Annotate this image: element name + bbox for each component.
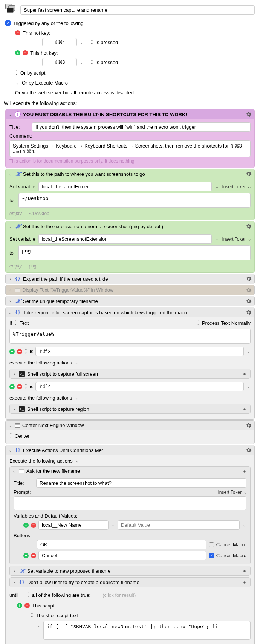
gear-icon[interactable]	[241, 468, 248, 475]
updown-icon[interactable]	[31, 613, 34, 618]
insert-token-button[interactable]: Insert Token ⌵	[218, 490, 247, 495]
shell-script-text-label[interactable]: The shell script text	[36, 613, 78, 618]
disclosure-icon[interactable]: ⌵	[8, 112, 12, 117]
disclosure-icon[interactable]: ›	[12, 580, 17, 584]
insert-token-button[interactable]: Insert Token ⌵	[222, 184, 251, 189]
prompt-title-input[interactable]	[36, 478, 246, 488]
disclosure-icon[interactable]: ⌵	[8, 172, 12, 176]
disclosure-icon[interactable]: ⌵	[8, 448, 12, 452]
hotkey-2-state[interactable]: is pressed	[96, 60, 118, 65]
nested-shell-2[interactable]: › >_ Shell script to capture region	[9, 404, 251, 414]
cancel-macro-checkbox-1[interactable]	[209, 542, 214, 547]
chevron-down-icon[interactable]: ⌵	[79, 60, 84, 65]
remove-condition[interactable]: −	[17, 384, 22, 389]
gear-icon[interactable]	[245, 111, 252, 118]
disclosure-icon[interactable]: ⌵	[8, 310, 12, 315]
gear-icon[interactable]	[241, 568, 248, 575]
gear-icon[interactable]	[245, 171, 252, 177]
chevron-down-icon[interactable]: ⌵	[74, 361, 79, 365]
variable-name-input[interactable]	[38, 234, 212, 244]
disclosure-icon[interactable]: ⌵	[8, 224, 12, 229]
gear-icon[interactable]	[245, 447, 252, 453]
remove-trigger-1[interactable]: −	[15, 30, 20, 35]
add-button[interactable]: +	[23, 553, 29, 558]
hotkey-1-state[interactable]: is pressed	[96, 40, 118, 45]
updown-icon[interactable]	[15, 71, 18, 75]
gear-icon[interactable]	[245, 298, 252, 304]
chevron-down-icon[interactable]: ⌵	[246, 349, 251, 354]
gear-icon[interactable]	[245, 422, 252, 429]
process-text-label[interactable]: Process Text Normally	[202, 320, 251, 326]
chevron-down-icon[interactable]: ⌵	[74, 396, 79, 400]
remove-trigger-2[interactable]: −	[23, 50, 28, 55]
gear-icon[interactable]	[241, 579, 248, 586]
disclosure-icon[interactable]: ›	[8, 288, 12, 292]
title-input[interactable]	[32, 122, 251, 132]
action-if-capture[interactable]: ⌵ {} Take region or full screen captures…	[5, 307, 255, 420]
center-label[interactable]: Center	[15, 433, 29, 439]
updown-icon[interactable]	[90, 60, 93, 65]
button-1-input[interactable]	[37, 540, 206, 549]
variable-value-input[interactable]: ~/Desktop	[18, 193, 251, 208]
disclosure-icon[interactable]: ›	[12, 407, 17, 411]
insert-token-button[interactable]: Insert Token ⌵	[222, 237, 251, 242]
text-label[interactable]: Text	[20, 320, 29, 326]
nested-set-var-proposed[interactable]: › 𝒳 Set variable to new proposed filenam…	[9, 566, 251, 576]
updown-icon[interactable]	[90, 40, 93, 45]
action-set-variable-folder[interactable]: ⌵ 𝒳 Set this to the path to where you wa…	[5, 169, 255, 220]
button-2-input[interactable]	[38, 551, 206, 560]
condition-value-1[interactable]	[35, 347, 244, 356]
remove-until-condition[interactable]: −	[24, 603, 30, 608]
triggered-checkbox[interactable]: ✓	[5, 20, 11, 26]
variable-name-input[interactable]	[38, 182, 212, 191]
updown-icon[interactable]	[24, 384, 28, 389]
disclosure-icon[interactable]: ›	[8, 277, 12, 281]
hotkey-2-field[interactable]: ⇧⌘3	[42, 58, 77, 66]
chevron-down-icon[interactable]: ⌵	[242, 523, 246, 527]
is-label[interactable]: is	[30, 349, 33, 354]
chevron-down-icon[interactable]: ⌵	[79, 40, 84, 45]
disclosure-icon[interactable]: ›	[12, 569, 17, 573]
condition-value-2[interactable]	[35, 382, 244, 391]
updown-icon[interactable]	[27, 593, 30, 597]
add-condition[interactable]: +	[9, 384, 15, 389]
disclosure-icon[interactable]: ⌵	[8, 423, 12, 427]
variable-name-input[interactable]	[38, 520, 109, 530]
gear-icon[interactable]	[245, 275, 252, 282]
add-until-condition[interactable]: +	[17, 603, 22, 608]
cancel-macro-checkbox-2[interactable]: ✓	[209, 553, 214, 558]
is-label[interactable]: is	[30, 384, 33, 389]
action-set-variable-ext[interactable]: ⌵ 𝒳 Set this to the extension on a norma…	[5, 221, 255, 273]
prompt-text-input[interactable]	[14, 496, 246, 510]
updown-icon[interactable]	[24, 349, 28, 354]
add-condition[interactable]: +	[9, 349, 15, 354]
comment-text[interactable]: System Settings → Keyboard → Keyboard Sh…	[9, 140, 251, 157]
remove-condition[interactable]: −	[17, 349, 22, 354]
nested-ask-filename[interactable]: ⌵ Ask for the new filename Title: Prompt…	[9, 466, 251, 564]
chevron-down-icon[interactable]: ⌵	[111, 523, 115, 527]
gear-icon[interactable]	[245, 287, 252, 294]
action-comment[interactable]: ⌵ ! YOU MUST DISABLE THE BUILT-IN SHORTC…	[5, 109, 255, 168]
remove-button[interactable]: −	[31, 553, 36, 558]
macro-title-input[interactable]	[20, 5, 255, 15]
gear-icon[interactable]	[245, 309, 252, 316]
variable-value-input[interactable]: png	[18, 245, 251, 260]
click-result[interactable]: (click for result)	[102, 592, 136, 598]
updown-icon[interactable]	[197, 321, 200, 325]
disclosure-icon[interactable]: ⌵	[15, 81, 20, 85]
gear-icon[interactable]	[241, 371, 248, 378]
disclosure-icon[interactable]: ⌵	[12, 469, 17, 473]
action-set-temp-filename[interactable]: › 𝒳 Set the unique temporary filename	[5, 296, 255, 306]
remove-variable[interactable]: −	[31, 523, 36, 528]
chevron-down-icon[interactable]: ⌵	[246, 384, 251, 389]
updown-icon[interactable]	[14, 321, 17, 325]
chevron-down-icon[interactable]: ⌵	[215, 184, 219, 189]
add-variable[interactable]: +	[23, 523, 29, 528]
gear-icon[interactable]	[241, 406, 248, 413]
chevron-down-icon[interactable]: ⌵	[75, 459, 80, 463]
chevron-down-icon[interactable]: ⌵	[37, 621, 41, 627]
shell-code-input[interactable]: if [ -f "$KMVAR_local_newNameTest" ]; th…	[43, 621, 251, 640]
nested-shell-1[interactable]: › >_ Shell script to capture full screen	[9, 369, 251, 379]
all-true-label[interactable]: all of the following are true:	[32, 592, 90, 598]
disclosure-icon[interactable]: ›	[12, 372, 17, 376]
